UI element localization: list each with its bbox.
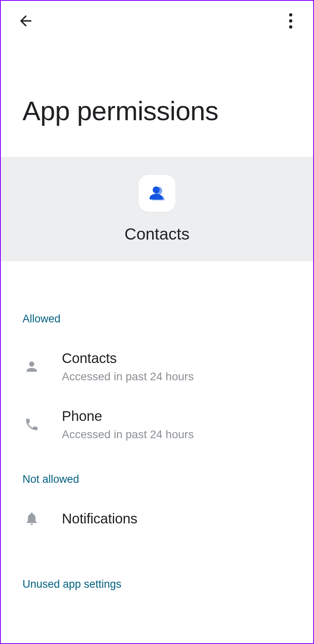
back-button[interactable] bbox=[14, 10, 37, 32]
permission-title: Notifications bbox=[62, 511, 137, 527]
permission-row-phone[interactable]: Phone Accessed in past 24 hours bbox=[22, 408, 292, 441]
permission-subtitle: Accessed in past 24 hours bbox=[62, 428, 194, 441]
permission-row-notifications[interactable]: Notifications bbox=[22, 511, 292, 527]
permission-row-contacts[interactable]: Contacts Accessed in past 24 hours bbox=[22, 350, 292, 383]
permission-subtitle: Accessed in past 24 hours bbox=[62, 370, 194, 383]
arrow-back-icon bbox=[17, 12, 34, 29]
app-summary-card: Contacts bbox=[1, 157, 313, 261]
app-name: Contacts bbox=[124, 225, 190, 244]
more-vert-icon bbox=[289, 13, 292, 29]
more-options-button[interactable] bbox=[279, 10, 302, 32]
phone-icon bbox=[22, 417, 41, 432]
person-icon bbox=[22, 359, 41, 374]
top-bar bbox=[1, 1, 313, 41]
section-header-not-allowed: Not allowed bbox=[22, 473, 292, 486]
app-icon-container bbox=[139, 175, 175, 212]
permission-title: Phone bbox=[62, 408, 194, 424]
section-header-unused: Unused app settings bbox=[22, 578, 292, 591]
section-header-allowed: Allowed bbox=[22, 313, 292, 325]
svg-point-1 bbox=[153, 186, 159, 193]
permissions-list: Allowed Contacts Accessed in past 24 hou… bbox=[1, 261, 313, 591]
permission-title: Contacts bbox=[62, 350, 194, 366]
bell-icon bbox=[22, 511, 41, 526]
page-title: App permissions bbox=[1, 41, 313, 126]
contacts-app-icon bbox=[147, 183, 167, 204]
